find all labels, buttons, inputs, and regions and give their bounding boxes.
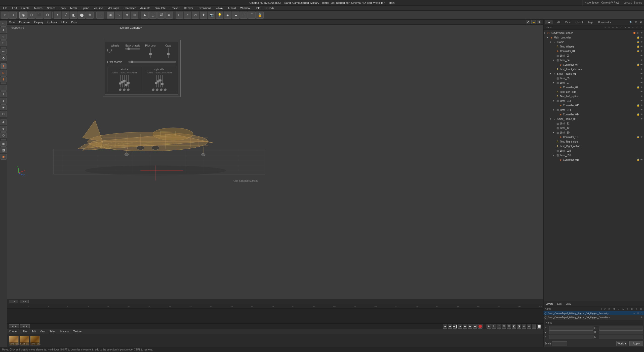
- snap-mode-button[interactable]: ✙: [86, 12, 94, 19]
- left-vslider-3[interactable]: [124, 75, 125, 87]
- tab-bookmarks[interactable]: Bookmarks: [596, 20, 613, 24]
- menu-file[interactable]: File: [1, 6, 10, 10]
- prop-r-input[interactable]: [599, 335, 643, 339]
- tw-tag[interactable]: 🔒: [636, 45, 639, 48]
- bottom-view[interactable]: View: [40, 330, 45, 333]
- timeline-settings-3[interactable]: ⊟: [507, 324, 511, 329]
- c016-tag[interactable]: 🔒: [636, 158, 639, 161]
- viewport-lock-button[interactable]: 🔒: [531, 20, 536, 24]
- tree-item-limit10[interactable]: ▼ ◫ Limit_10: [544, 130, 644, 135]
- right-small-slider-3[interactable]: [160, 89, 163, 91]
- timeline-settings-2[interactable]: ⊞: [502, 324, 506, 329]
- playback-end-input[interactable]: [20, 324, 30, 328]
- l013-vis[interactable]: 👁: [640, 99, 643, 102]
- tl-vis[interactable]: 👁: [640, 90, 643, 93]
- obj-cube[interactable]: □: [176, 12, 183, 19]
- rotate-tool[interactable]: ↻: [123, 12, 130, 19]
- c013-vis[interactable]: 👁: [640, 104, 643, 107]
- left-vslider-5[interactable]: [128, 75, 129, 87]
- menu-render[interactable]: Render: [182, 6, 195, 10]
- menu-vray[interactable]: V-Ray: [214, 6, 225, 10]
- c04-tag[interactable]: 🔒: [636, 63, 639, 66]
- tree-item-frame[interactable]: ▼ ○ Frame 🔒 👁: [544, 40, 644, 44]
- scale-input[interactable]: [552, 341, 567, 345]
- l09-vis[interactable]: 👁: [640, 77, 643, 80]
- left-tool-a5[interactable]: ⊟: [1, 111, 7, 117]
- tw-vis[interactable]: 👁: [640, 45, 643, 48]
- menu-edit[interactable]: Edit: [10, 6, 19, 10]
- tree-item-limit04[interactable]: ▼ ◫ Limit_04 👁: [544, 58, 644, 62]
- left-tool-b2[interactable]: ⊕: [1, 126, 7, 132]
- render-to-picture[interactable]: 🖼: [157, 12, 165, 19]
- render-btn[interactable]: ▶: [141, 12, 149, 19]
- render-settings[interactable]: ⚙: [165, 12, 173, 19]
- bottom-edit[interactable]: Edit: [31, 330, 36, 333]
- c013-tag[interactable]: 🔒: [636, 104, 639, 107]
- left-tool-c3[interactable]: ◉: [1, 154, 7, 160]
- left-tool-a4[interactable]: ⊞: [1, 104, 7, 110]
- model-mode-button[interactable]: ◉: [19, 12, 27, 19]
- bottom-material[interactable]: Material: [60, 330, 69, 333]
- timeline-settings-9[interactable]: ⬜: [537, 324, 541, 329]
- menu-arnold[interactable]: Arnold: [226, 6, 238, 10]
- prop-p-input[interactable]: [599, 330, 643, 334]
- tree-item-limit016[interactable]: ▼ ◫ Limit_016: [544, 153, 644, 157]
- menu-tracker[interactable]: Tracker: [168, 6, 182, 10]
- apply-button[interactable]: Apply: [629, 341, 643, 346]
- viewport-menu-filter[interactable]: Filter: [61, 21, 67, 24]
- tree-vis1[interactable]: 👁: [640, 36, 643, 39]
- timeline-settings-8[interactable]: ⬛: [532, 324, 536, 329]
- sf01-vis[interactable]: 👁: [640, 72, 643, 75]
- timeline-content[interactable]: [7, 309, 543, 323]
- left-small-slider-1[interactable]: [119, 89, 122, 91]
- world-dropdown[interactable]: World ▾: [616, 341, 628, 346]
- tree-vis-subdivision[interactable]: 👁: [640, 31, 643, 34]
- scale-tool[interactable]: ⤡: [115, 12, 122, 19]
- menu-help[interactable]: Help: [253, 6, 262, 10]
- timeline-settings-1[interactable]: ⬚: [497, 324, 501, 329]
- play-reverse-button[interactable]: ◀▐: [453, 324, 457, 329]
- l014-vis[interactable]: 👁: [640, 108, 643, 111]
- c016-vis[interactable]: 👁: [640, 158, 643, 161]
- geom-render[interactable]: ⬚: [640, 312, 643, 315]
- tree-item-ctrl10[interactable]: ⊕ Controller_10 🔒 👁: [544, 135, 644, 139]
- obj-mat[interactable]: ◈: [224, 12, 231, 19]
- left-tool-a2[interactable]: ⌇: [1, 91, 7, 97]
- tree-item-ctrl016[interactable]: ⊕ Controller_016 🔒 👁: [544, 157, 644, 162]
- bottom-create[interactable]: Create: [9, 330, 17, 333]
- next-frame-button[interactable]: ▶: [468, 324, 472, 329]
- tab-tags[interactable]: Tags: [586, 20, 595, 24]
- viewport-settings-button[interactable]: ⚙: [537, 20, 541, 24]
- search-icon[interactable]: 🔍: [629, 20, 633, 24]
- timeline-settings-7[interactable]: ⊗: [527, 324, 531, 329]
- tf-vis[interactable]: 👁: [640, 68, 643, 71]
- tree-item-limit03[interactable]: ◫ Limit_03 👁: [544, 53, 644, 58]
- left-vslider-1[interactable]: [120, 75, 121, 87]
- tree-item-main-controller[interactable]: ▼ ⊕ Main_controller 🔒 👁: [544, 35, 644, 40]
- left-tool-paint[interactable]: ✏: [1, 49, 7, 55]
- left-tool-scale[interactable]: ⤡: [1, 34, 7, 40]
- right-small-slider-4[interactable]: [164, 89, 167, 91]
- left-tool-s2[interactable]: S: [1, 70, 7, 76]
- prop-z-input[interactable]: [549, 335, 593, 339]
- tab-object[interactable]: Object: [574, 20, 585, 24]
- menu-animate[interactable]: Animate: [138, 6, 152, 10]
- material-thumb-1[interactable]: Sand_Ca...: [9, 336, 19, 345]
- obj-row-controllers[interactable]: ⬡ Sand_Camouflaged_Military_Fighter_Jet_…: [544, 315, 644, 319]
- geom-edit[interactable]: ✏: [633, 312, 636, 315]
- bottom-texture[interactable]: Texture: [73, 330, 82, 333]
- tree-item-limit014[interactable]: ▼ ◫ Limit_014 👁: [544, 108, 644, 112]
- menu-create[interactable]: Create: [19, 6, 32, 10]
- tree-item-limit11[interactable]: ◫ Limit_11: [544, 121, 644, 126]
- ctrl-vis[interactable]: 👁: [640, 316, 643, 319]
- obj-deform[interactable]: ⬡: [240, 12, 248, 19]
- tree-item-ctrl013[interactable]: ⊕ Controller_013 🔒 👁: [544, 103, 644, 108]
- caps-slider[interactable]: [168, 48, 169, 58]
- tree-tag1[interactable]: 🔒: [636, 36, 639, 39]
- tree-item-ctrl07[interactable]: ⊕ Controller_07 🔒 👁: [544, 85, 644, 90]
- tree-item-ctrl01[interactable]: ⊕ Controller_01 🔒 👁: [544, 49, 644, 53]
- bottom-vray[interactable]: V-Ray: [21, 330, 27, 333]
- c04-vis[interactable]: 👁: [640, 63, 643, 66]
- right-vslider-1[interactable]: [156, 75, 157, 87]
- right-small-slider-2[interactable]: [156, 89, 158, 91]
